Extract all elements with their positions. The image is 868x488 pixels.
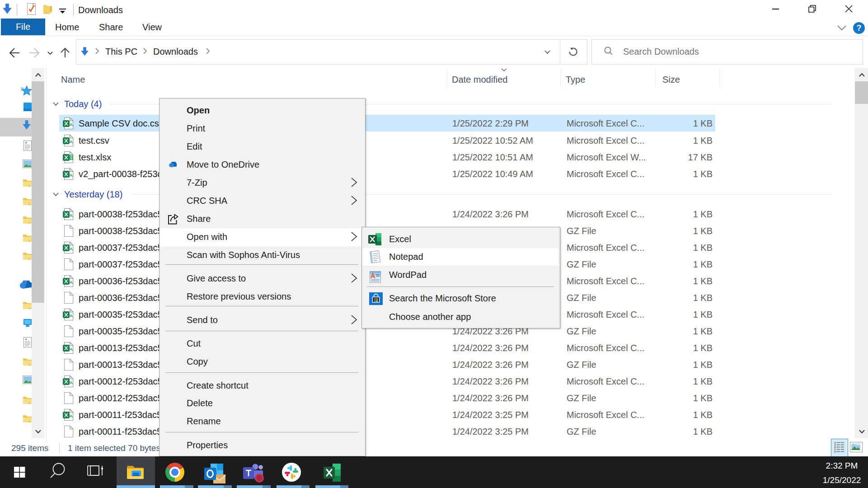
svg-text:a,: a, bbox=[70, 246, 73, 251]
svg-text:a,: a, bbox=[70, 413, 73, 418]
svg-text:a,: a, bbox=[70, 279, 73, 284]
svg-text:a,: a, bbox=[70, 212, 73, 217]
svg-text:a,: a, bbox=[70, 122, 73, 127]
svg-text:a,: a, bbox=[70, 313, 73, 318]
svg-text:a,: a, bbox=[70, 172, 73, 177]
svg-text:a,: a, bbox=[70, 346, 73, 351]
svg-text:a,: a, bbox=[70, 380, 73, 385]
svg-text:a,: a, bbox=[70, 139, 73, 144]
